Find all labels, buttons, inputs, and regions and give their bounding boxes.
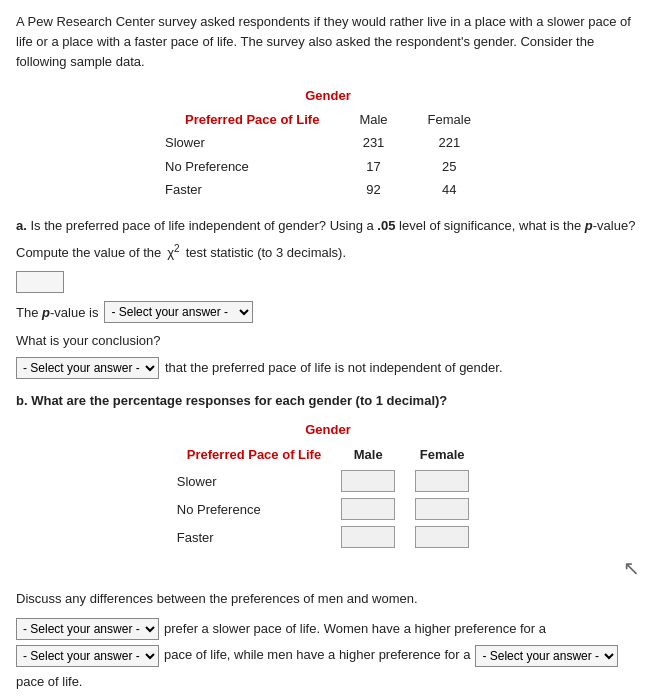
col-female-2: Female <box>405 442 479 468</box>
intro-paragraph: A Pew Research Center survey asked respo… <box>16 12 640 72</box>
col-male-2: Male <box>331 442 405 468</box>
table2-female-input-0[interactable] <box>405 467 479 495</box>
bottom-line3-suffix: pace of life. <box>16 670 83 695</box>
table1-female-2: 44 <box>408 178 491 202</box>
table1-row-label-0: Slower <box>165 131 339 155</box>
row-header-1: Preferred Pace of Life <box>165 108 339 132</box>
bottom-row-3: pace of life. <box>16 670 640 695</box>
conclusion-label: What is your conclusion? <box>16 331 640 351</box>
male-pct-input-2[interactable] <box>341 526 395 548</box>
chi-suffix: test statistic (to 3 decimals). <box>186 243 346 263</box>
table1-female-1: 25 <box>408 155 491 179</box>
chi-label: Compute the value of the <box>16 243 161 263</box>
col-female-1: Female <box>408 108 491 132</box>
table1-row-label-2: Faster <box>165 178 339 202</box>
bottom-row-2: - Select your answer -slowerfaster pace … <box>16 643 640 668</box>
table2-male-input-2[interactable] <box>331 523 405 551</box>
table1-female-0: 221 <box>408 131 491 155</box>
conclusion-row: - Select your answer -ConcludeDo not con… <box>16 357 640 379</box>
row-header-2: Preferred Pace of Life <box>177 442 331 468</box>
table2-female-input-1[interactable] <box>405 495 479 523</box>
table2-male-input-0[interactable] <box>331 467 405 495</box>
pvalue-prefix: The p-value is <box>16 303 98 323</box>
table1-container: Gender Preferred Pace of Life Male Femal… <box>16 86 640 202</box>
chi-row: Compute the value of the χ2 test statist… <box>16 241 640 263</box>
part-b-question: b. What are the percentage responses for… <box>16 391 640 411</box>
table2-row-label-1: No Preference <box>177 495 331 523</box>
table2-row-label-0: Slower <box>177 467 331 495</box>
bottom-line1-suffix: prefer a slower pace of life. Women have… <box>164 617 546 642</box>
table2-row-label-2: Faster <box>177 523 331 551</box>
table2-male-input-1[interactable] <box>331 495 405 523</box>
conclusion-suffix: that the preferred pace of life is not i… <box>165 358 503 378</box>
female-pct-input-0[interactable] <box>415 470 469 492</box>
male-pct-input-0[interactable] <box>341 470 395 492</box>
bottom-selects: - Select your answer -MenWomen prefer a … <box>16 617 640 695</box>
gender-header-2: Gender <box>305 420 351 440</box>
male-pct-input-1[interactable] <box>341 498 395 520</box>
pvalue-row: The p-value is - Select your answer -les… <box>16 301 640 323</box>
female-pct-input-1[interactable] <box>415 498 469 520</box>
table2-container: Gender Preferred Pace of Life Male Femal… <box>16 420 640 551</box>
table1-male-0: 231 <box>339 131 407 155</box>
bottom-line2-suffix: pace of life, while men have a higher pr… <box>164 643 470 668</box>
pvalue-select[interactable]: - Select your answer -less than .005betw… <box>104 301 253 323</box>
bottom-row-1: - Select your answer -MenWomen prefer a … <box>16 617 640 642</box>
bottom-select-3[interactable]: - Select your answer -slowerfaster <box>475 645 618 667</box>
data-table-1: Preferred Pace of Life Male Female Slowe… <box>165 108 491 202</box>
bottom-select-1[interactable]: - Select your answer -MenWomen <box>16 618 159 640</box>
table1-male-1: 17 <box>339 155 407 179</box>
data-table-2: Preferred Pace of Life Male Female Slowe… <box>177 442 479 552</box>
bottom-select-2[interactable]: - Select your answer -slowerfaster <box>16 645 159 667</box>
col-male-1: Male <box>339 108 407 132</box>
part-a-question: a. Is the preferred pace of life indepen… <box>16 216 640 236</box>
female-pct-input-2[interactable] <box>415 526 469 548</box>
table1-row-label-1: No Preference <box>165 155 339 179</box>
table1-male-2: 92 <box>339 178 407 202</box>
conclusion-select[interactable]: - Select your answer -ConcludeDo not con… <box>16 357 159 379</box>
chi-square-input[interactable] <box>16 271 64 293</box>
table2-female-input-2[interactable] <box>405 523 479 551</box>
cursor-icon: ↖ <box>623 557 640 579</box>
chi-symbol: χ2 <box>167 241 179 263</box>
gender-header-1: Gender <box>305 86 351 106</box>
discuss-label: Discuss any differences between the pref… <box>16 589 640 609</box>
